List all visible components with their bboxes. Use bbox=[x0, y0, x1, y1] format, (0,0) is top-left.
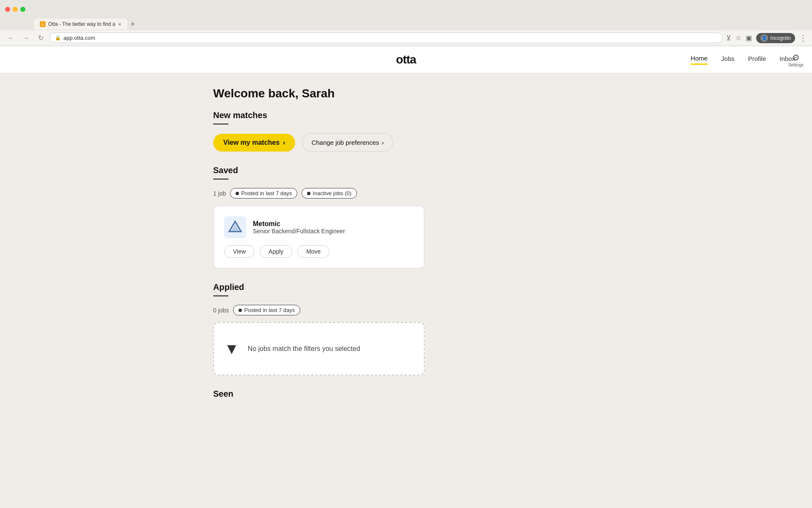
main-content: Welcome back, Sarah New matches View my … bbox=[203, 73, 609, 426]
settings-label: Settings bbox=[788, 62, 804, 67]
applied-filter-dot-icon bbox=[239, 309, 242, 312]
back-button[interactable]: ← bbox=[5, 33, 17, 43]
new-tab-button[interactable]: + bbox=[131, 20, 135, 28]
bookmark-icon[interactable]: ☆ bbox=[735, 34, 741, 42]
seen-section: Seen bbox=[213, 389, 599, 399]
job-info: Metomic Senior Backend/Fullstack Enginee… bbox=[253, 220, 345, 235]
job-card-header: Metomic Senior Backend/Fullstack Enginee… bbox=[224, 216, 414, 238]
tab-close-button[interactable]: ✕ bbox=[118, 22, 121, 27]
applied-posted-filter-label: Posted in last 7 days bbox=[244, 307, 295, 313]
empty-state-card: ▼ No jobs match the filters you selected bbox=[213, 322, 425, 375]
lock-icon: 🔒 bbox=[55, 35, 61, 41]
saved-divider bbox=[213, 179, 228, 179]
inactive-filter-label: Inactive jobs (0) bbox=[313, 190, 351, 196]
settings-area[interactable]: ⚙ Settings bbox=[788, 52, 804, 67]
browser-chrome: o Otta - The better way to find a ✕ + ← … bbox=[0, 0, 812, 46]
chevron-right-icon-2: › bbox=[382, 139, 384, 146]
nav-jobs[interactable]: Jobs bbox=[721, 55, 735, 64]
applied-filters-row: 0 jobs Posted in last 7 days bbox=[213, 305, 599, 315]
empty-state-text: No jobs match the filters you selected bbox=[248, 344, 360, 353]
reload-button[interactable]: ↻ bbox=[36, 33, 46, 43]
app-logo[interactable]: otta bbox=[396, 53, 416, 66]
inactive-filter-chip[interactable]: Inactive jobs (0) bbox=[302, 188, 357, 199]
posted-filter-label: Posted in last 7 days bbox=[241, 190, 292, 196]
applied-section: Applied 0 jobs Posted in last 7 days ▼ N… bbox=[213, 282, 599, 375]
saved-heading: Saved bbox=[213, 166, 599, 175]
incognito-button[interactable]: 👤 Incognito bbox=[756, 33, 795, 43]
inactive-dot-icon bbox=[307, 192, 310, 195]
seen-heading: Seen bbox=[213, 389, 599, 399]
sidebar-icon[interactable]: ▣ bbox=[746, 34, 752, 42]
metomic-logo-svg bbox=[228, 220, 243, 235]
section-divider bbox=[213, 124, 228, 124]
app-header: otta Home Jobs Profile Inbox ⚙ Settings bbox=[0, 46, 812, 73]
minimize-window-button[interactable] bbox=[13, 7, 18, 12]
applied-posted-filter-chip[interactable]: Posted in last 7 days bbox=[233, 305, 300, 315]
saved-section: Saved 1 job Posted in last 7 days Inacti… bbox=[213, 166, 599, 269]
incognito-avatar: 👤 bbox=[760, 34, 768, 42]
posted-filter-chip[interactable]: Posted in last 7 days bbox=[230, 188, 297, 199]
applied-heading: Applied bbox=[213, 282, 599, 292]
new-matches-section: New matches View my matches › Change job… bbox=[213, 110, 599, 152]
url-display: app.otta.com bbox=[63, 35, 95, 41]
view-matches-label: View my matches bbox=[223, 139, 280, 146]
job-title: Senior Backend/Fullstack Engineer bbox=[253, 228, 345, 235]
nav-home[interactable]: Home bbox=[691, 55, 708, 65]
change-prefs-label: Change job preferences bbox=[311, 139, 379, 146]
job-actions: View Apply Move bbox=[224, 245, 414, 258]
move-job-button[interactable]: Move bbox=[297, 245, 329, 258]
tab-favicon: o bbox=[40, 21, 46, 27]
active-tab[interactable]: o Otta - The better way to find a ✕ bbox=[34, 19, 127, 30]
maximize-window-button[interactable] bbox=[20, 7, 25, 12]
browser-titlebar bbox=[0, 0, 812, 19]
nav-profile[interactable]: Profile bbox=[748, 55, 766, 64]
filter-dot-icon bbox=[236, 192, 239, 195]
company-logo bbox=[224, 216, 246, 238]
view-job-button[interactable]: View bbox=[224, 245, 255, 258]
tab-bar: o Otta - The better way to find a ✕ + bbox=[0, 19, 812, 30]
close-window-button[interactable] bbox=[5, 7, 10, 12]
app-nav: Home Jobs Profile Inbox bbox=[691, 55, 795, 65]
company-name: Metomic bbox=[253, 220, 345, 228]
saved-filters-row: 1 job Posted in last 7 days Inactive job… bbox=[213, 188, 599, 199]
view-matches-button[interactable]: View my matches › bbox=[213, 134, 295, 152]
apply-job-button[interactable]: Apply bbox=[260, 245, 292, 258]
job-card-metomic: Metomic Senior Backend/Fullstack Enginee… bbox=[213, 205, 425, 269]
saved-count: 1 job bbox=[213, 190, 226, 197]
applied-count: 0 jobs bbox=[213, 307, 229, 314]
cast-icon: ⊻ bbox=[726, 34, 731, 42]
tab-title: Otta - The better way to find a bbox=[48, 21, 115, 27]
change-prefs-button[interactable]: Change job preferences › bbox=[302, 133, 393, 152]
traffic-lights bbox=[5, 7, 25, 12]
applied-divider bbox=[213, 295, 228, 296]
action-buttons: View my matches › Change job preferences… bbox=[213, 133, 599, 152]
chevron-right-icon: › bbox=[283, 139, 285, 146]
browser-menu-button[interactable]: ⋮ bbox=[799, 33, 807, 43]
forward-button[interactable]: → bbox=[20, 33, 32, 43]
no-results-filter-icon: ▼ bbox=[224, 340, 239, 358]
welcome-heading: Welcome back, Sarah bbox=[213, 87, 599, 100]
address-bar[interactable]: 🔒 app.otta.com bbox=[49, 33, 723, 43]
browser-actions: ⊻ ☆ ▣ 👤 Incognito ⋮ bbox=[726, 33, 807, 43]
settings-icon: ⚙ bbox=[792, 52, 800, 62]
new-matches-heading: New matches bbox=[213, 110, 599, 120]
browser-toolbar: ← → ↻ 🔒 app.otta.com ⊻ ☆ ▣ 👤 Incognito ⋮ bbox=[0, 30, 812, 46]
incognito-label: Incognito bbox=[770, 35, 791, 41]
